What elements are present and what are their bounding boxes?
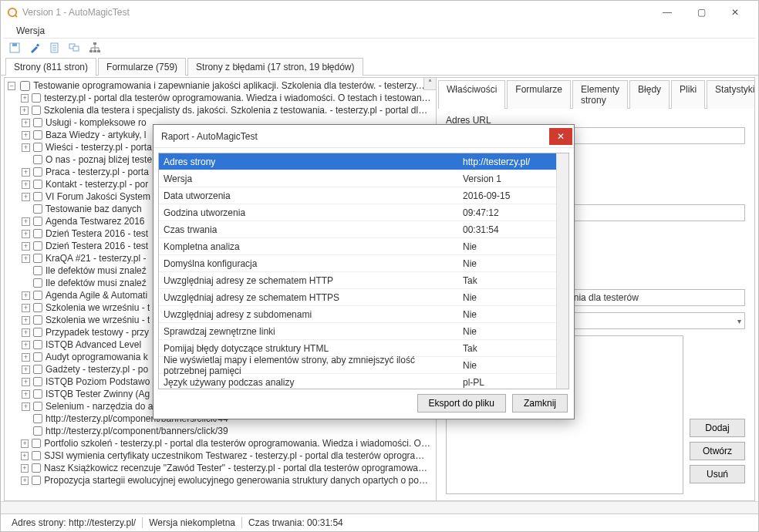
report-row[interactable]: Nie wyświetlaj mapy i elementów strony, … [159, 357, 568, 374]
tree-checkbox[interactable] [20, 81, 30, 91]
expand-icon[interactable] [21, 94, 29, 103]
report-key: Uwzględniaj adresy z subdomenami [159, 309, 458, 320]
tree-item[interactable]: http://testerzy.pl/component/banners/cli… [5, 425, 436, 437]
tab-forms-right[interactable]: Formularze [507, 80, 571, 109]
tree-label: Ile defektów musi znaleź [46, 278, 147, 288]
titlebar: Version 1 - AutoMagicTest — ▢ ✕ [1, 1, 758, 24]
save-icon[interactable] [8, 42, 21, 54]
report-row[interactable]: Domyślna konfiguracjaNie [159, 255, 568, 272]
expand-icon[interactable] [22, 304, 30, 312]
expand-icon[interactable] [22, 254, 30, 263]
delete-button[interactable]: Usuń [690, 465, 745, 483]
tab-pages[interactable]: Strony (811 stron) [5, 58, 96, 76]
expand-icon[interactable] [22, 390, 30, 399]
expand-icon[interactable] [22, 378, 30, 386]
page-icon [33, 315, 42, 325]
tree-label: Nasz Książkowicz recenzuje "Zawód Tester… [44, 463, 431, 473]
report-key: Uwzględniaj adresy ze schematem HTTP [159, 275, 458, 286]
expand-icon[interactable] [21, 439, 29, 448]
app-icon [7, 7, 18, 18]
export-button[interactable]: Eksport do pliku [417, 394, 506, 412]
menu-version[interactable]: Wersja [12, 24, 49, 38]
report-row[interactable]: Data utworzenia2016-09-15 [159, 187, 568, 204]
expand-icon[interactable] [22, 180, 30, 189]
tree-item[interactable]: Portfolio szkoleń - testerzy.pl - portal… [5, 437, 436, 450]
tab-error-pages[interactable]: Strony z błędami (17 stron, 19 błędów) [187, 58, 363, 76]
tab-files[interactable]: Pliki [671, 80, 705, 109]
tree-label: Selenium - narzędzia do a [46, 401, 153, 412]
report-row[interactable]: Język używany podczas analizypl-PL [159, 374, 568, 389]
tree-label: Audyt oprogramowania k [46, 352, 148, 362]
window-title: Version 1 - AutoMagicTest [22, 7, 650, 18]
tab-elements[interactable]: Elementy strony [572, 80, 628, 109]
page-icon [33, 217, 42, 226]
report-row[interactable]: Czas trwania00:31:54 [159, 221, 568, 238]
expand-icon[interactable] [22, 143, 30, 152]
add-button[interactable]: Dodaj [690, 419, 745, 437]
tree-label: Usługi - kompleksowe ro [46, 117, 147, 128]
dialog-scrollbar[interactable] [556, 153, 568, 389]
expand-icon[interactable] [22, 230, 30, 238]
expand-icon[interactable] [22, 217, 30, 226]
tab-forms[interactable]: Formularze (759) [98, 58, 186, 76]
tab-stats[interactable]: Statystyki [707, 80, 754, 109]
expand-icon[interactable] [21, 464, 29, 473]
report-row[interactable]: Kompletna analizaNie [159, 238, 568, 255]
tree-item[interactable]: Propozycja startegii ewolucyjnej ewolucy… [5, 474, 436, 487]
page-icon [33, 204, 42, 214]
expand-icon[interactable] [21, 476, 29, 485]
dialog-close-button[interactable]: ✕ [549, 128, 572, 145]
close-button[interactable]: ✕ [718, 1, 752, 24]
tree-item[interactable]: SJSI wymienia certyfikaty uczestnikom Te… [5, 450, 436, 462]
report-row[interactable]: WersjaVersion 1 [159, 170, 568, 187]
tree-label: Agenda Agile & Automati [46, 290, 147, 301]
expand-icon[interactable] [22, 316, 30, 325]
tree-label: Propozycja startegii ewolucyjnej ewolucy… [44, 475, 431, 486]
expand-icon[interactable] [21, 452, 29, 460]
minimize-button[interactable]: — [650, 1, 684, 24]
horizontal-scrollbar[interactable] [1, 501, 758, 513]
expand-icon[interactable] [22, 402, 30, 411]
tab-errors[interactable]: Błędy [629, 80, 670, 109]
tab-properties[interactable]: Właściwości [438, 80, 505, 109]
expand-icon[interactable] [22, 365, 30, 374]
expand-icon[interactable] [22, 242, 30, 251]
tree-item[interactable]: Szkolenia dla testera i specjalisty ds. … [5, 104, 436, 116]
expand-icon[interactable] [22, 168, 30, 177]
tree-label: Gadżety - testerzy.pl - po [46, 364, 148, 375]
report-row[interactable]: Uwzględniaj adresy ze schematem HTTPTak [159, 272, 568, 289]
windows-icon[interactable] [69, 42, 81, 54]
tree-item[interactable]: Nasz Książkowicz recenzuje "Zawód Tester… [5, 462, 436, 474]
report-table[interactable]: Adres stronyhttp://testerzy.pl/WersjaVer… [158, 153, 569, 389]
document-icon[interactable] [49, 42, 61, 54]
expand-icon[interactable] [20, 106, 28, 115]
settings-icon[interactable] [29, 42, 41, 54]
tree-root[interactable]: Testowanie oprogramowania i zapewnianie … [5, 79, 436, 92]
dialog-close-button-2[interactable]: Zamknij [512, 394, 568, 412]
report-value: http://testerzy.pl/ [458, 157, 568, 167]
report-row[interactable]: Sprawdzaj zewnętrzne linkiNie [159, 323, 568, 340]
page-icon [33, 130, 42, 140]
tree-item[interactable]: testerzy.pl - portal dla testerów oprogr… [5, 92, 436, 104]
expand-icon[interactable] [22, 341, 30, 349]
open-button[interactable]: Otwórz [690, 442, 745, 460]
tree-label: O nas - poznaj bliżej teste [46, 154, 152, 165]
tree-label: ISTQB Poziom Podstawo [46, 376, 150, 387]
report-row[interactable]: Uwzględniaj adresy ze schematem HTTPSNie [159, 289, 568, 306]
report-row[interactable]: Uwzględniaj adresy z subdomenamiNie [159, 306, 568, 323]
expand-icon[interactable] [22, 131, 30, 140]
maximize-button[interactable]: ▢ [684, 1, 718, 24]
expand-icon[interactable] [22, 119, 30, 127]
expand-icon[interactable] [22, 328, 30, 337]
status-duration: Czas trwania: 00:31:54 [242, 517, 349, 528]
expand-icon[interactable] [22, 291, 30, 300]
collapse-icon[interactable] [8, 82, 15, 90]
report-row[interactable]: Godzina utworzenia09:47:12 [159, 204, 568, 221]
report-row[interactable]: Adres stronyhttp://testerzy.pl/ [159, 153, 568, 170]
svg-rect-13 [97, 50, 100, 52]
expand-icon[interactable] [22, 353, 30, 362]
tree-label: Szkolenia dla testera i specjalisty ds. … [44, 105, 431, 116]
sitemap-icon[interactable] [89, 42, 101, 54]
expand-icon[interactable] [22, 193, 30, 201]
tree-scroll-up-icon[interactable]: ˄ [423, 78, 436, 90]
